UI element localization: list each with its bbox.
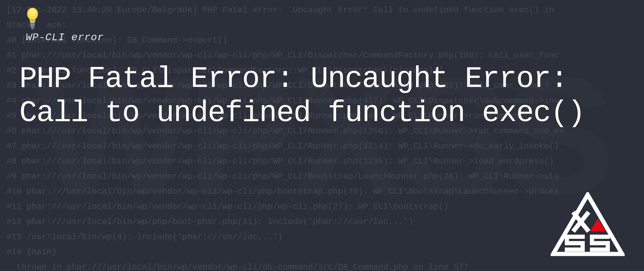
hero-content: WP-CLI error PHP Fatal Error: Uncaught E… (19, 8, 625, 130)
svg-rect-12 (565, 248, 585, 252)
svg-rect-3 (30, 24, 35, 25)
svg-rect-2 (30, 22, 35, 23)
svg-rect-4 (31, 26, 35, 28)
svg-rect-17 (590, 248, 610, 252)
category-label: WP-CLI error (26, 32, 625, 43)
svg-rect-5 (31, 28, 34, 29)
svg-point-1 (29, 9, 36, 16)
brand-logo (551, 192, 625, 258)
lightbulb-icon (26, 8, 39, 30)
page-title: PHP Fatal Error: Uncaught Error: Call to… (19, 62, 625, 130)
